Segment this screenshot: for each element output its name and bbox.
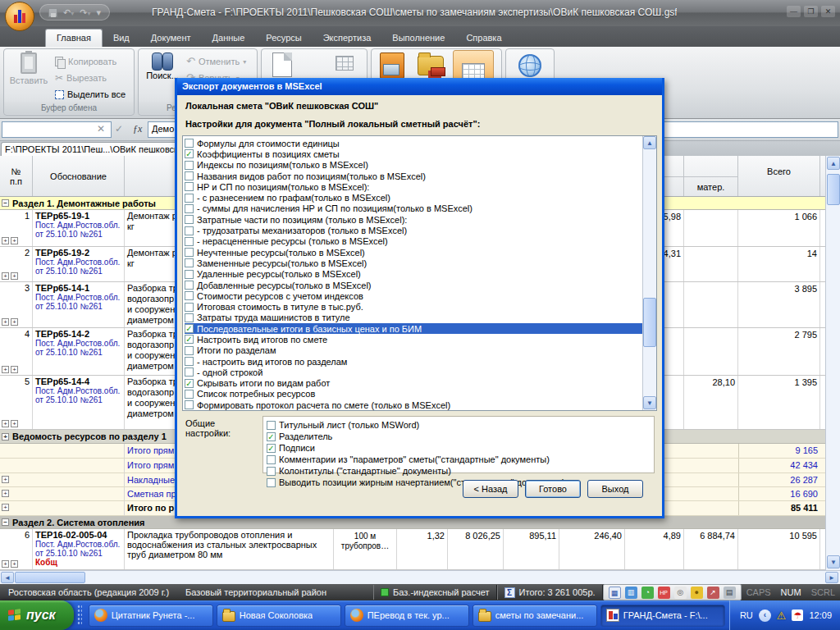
expand-plus-icon[interactable]: + [11,420,18,427]
export-option[interactable]: Разделитель [267,431,654,442]
cut-button[interactable]: ✂Вырезать [55,71,107,85]
checkbox-icon[interactable] [185,171,194,180]
object-copy-button[interactable] [334,56,355,71]
expand-plus-icon[interactable]: + [2,420,9,427]
hide-icons-chevron[interactable]: ‹ [759,609,771,622]
export-option[interactable]: Скрывать итоги по видам работ [185,378,656,389]
dialog-title-bar[interactable]: Экспорт документов в MSExcel [177,78,662,95]
expand-plus-icon[interactable]: + [2,490,9,497]
checkbox-checked-icon[interactable] [185,379,194,388]
export-option[interactable]: Комментарии из "параметров" сметы("станд… [267,454,654,465]
export-option[interactable]: - нерасцененные ресурсы (только в MSExce… [185,236,656,247]
ribbon-tab[interactable]: Экспертиза [313,30,382,47]
ribbon-tab[interactable]: Вид [103,30,140,47]
confirm-entry-icon[interactable]: ✓ [115,123,123,135]
new-document-button[interactable] [270,52,294,77]
scroll-down-icon[interactable]: ▼ [827,555,840,568]
customize-qat-icon[interactable]: ▾ [96,7,101,18]
export-option[interactable]: - трудозатраты механизаторов (только в M… [185,225,656,235]
internet-button[interactable] [518,54,542,77]
taskbar-button[interactable]: сметы по замечани... [472,605,597,627]
checkbox-icon[interactable] [185,281,194,290]
antivirus-tray-icon[interactable]: ☂ [792,609,803,621]
start-button[interactable]: пуск [0,600,74,630]
checkbox-icon[interactable] [185,313,194,322]
done-button[interactable]: Готово [525,480,581,498]
copy-button[interactable]: Копировать [55,54,116,69]
calculator-icon[interactable]: ▤ [724,587,736,599]
collapse-minus-icon[interactable]: − [2,199,9,207]
coins-icon[interactable]: ● [691,587,703,599]
ribbon-tab[interactable]: Документ [140,30,202,47]
ribbon-tab[interactable]: Выполнение [381,30,455,47]
expand-plus-icon[interactable]: + [2,560,9,568]
checkbox-icon[interactable] [185,139,194,148]
checkbox-icon[interactable] [185,390,194,399]
export-option[interactable]: Добавленные ресурсы(только в MSExcel) [185,280,656,290]
checkbox-checked-icon[interactable] [267,444,276,453]
expand-plus-icon[interactable]: + [2,433,9,441]
export-option[interactable]: - одной строкой [185,367,656,377]
checkbox-icon[interactable] [185,215,194,224]
taskbar-button[interactable]: Новая Соколовка [217,605,341,627]
export-option[interactable]: Коэффициенты в позициях сметы [185,148,656,159]
taskbar-button[interactable]: ГРАНД-Смета - F:\... [600,605,725,627]
export-option[interactable]: Замененные ресурсы(только в MSExcel) [185,258,656,268]
total-indicator[interactable]: Σ Итого: 3 261 005р. [497,585,603,600]
list-scrollbar[interactable]: ▲ ▼ [642,136,656,410]
expand-plus-icon[interactable]: + [2,504,9,511]
magnifier-icon[interactable]: ◎ [674,587,687,599]
expand-plus-icon[interactable]: + [2,272,9,280]
list-scroll-down-icon[interactable]: ▼ [643,396,656,409]
checkbox-checked-icon[interactable] [185,324,194,333]
checkbox-icon[interactable] [185,226,194,235]
checkbox-icon[interactable] [185,357,194,366]
checkbox-icon[interactable] [267,467,276,476]
scroll-left-icon[interactable]: ◄ [1,572,14,583]
export-option[interactable]: Затратные части по позициям (только в MS… [185,214,656,225]
name-box-input[interactable] [2,121,112,138]
ribbon-tab[interactable]: Ресурсы [255,30,312,47]
expand-plus-icon[interactable]: + [11,272,18,280]
export-option[interactable]: Неучтенные ресурсы(только в MSExcel) [185,247,656,258]
cancel-entry-icon[interactable]: ✕ [97,123,105,135]
taskbar-button[interactable]: Цитатник Рунета -... [89,605,213,627]
checkbox-icon[interactable] [185,303,194,312]
export-option[interactable]: НР и СП по позициям(только в MSExcel): [185,181,656,192]
export-option[interactable]: Итоговая стоимость в титуле в тыс.руб. [185,301,656,312]
search-button[interactable]: Поиск... [144,52,181,80]
export-option[interactable]: - с разнесением по графам(только в MSExc… [185,192,656,203]
expand-plus-icon[interactable]: + [2,237,9,244]
scroll-up-icon[interactable]: ▲ [827,157,840,170]
columns-view-icon[interactable]: ▥ [625,587,637,599]
checkbox-icon[interactable] [185,194,194,203]
checkbox-icon[interactable] [267,455,276,464]
expand-plus-icon[interactable]: + [2,318,9,326]
table-row[interactable]: 6++ТЕР16-02-005-04Пост. Адм.Ростов.обл.о… [0,529,825,570]
expand-plus-icon[interactable]: + [11,237,18,244]
export-option[interactable]: Подписи [267,442,654,454]
expand-plus-icon[interactable]: + [2,476,9,483]
export-option[interactable]: Индексы по позициям(только в MSExcel) [185,160,656,171]
ribbon-tab[interactable]: Данные [202,30,256,47]
archive-button[interactable] [378,52,406,79]
checkbox-checked-icon[interactable] [267,432,276,441]
checkbox-checked-icon[interactable] [185,149,194,158]
select-all-button[interactable]: Выделить все [55,87,126,102]
checkbox-icon[interactable] [185,291,194,300]
ribbon-tab[interactable]: Справка [455,30,512,47]
expand-plus-icon[interactable]: + [11,560,18,568]
scroll-right-icon[interactable]: ► [825,572,838,583]
checkbox-icon[interactable] [267,421,276,430]
export-option[interactable]: Итоги по разделам [185,345,656,356]
export-option[interactable]: Стоимости ресурсов с учетом индексов [185,290,656,301]
checkbox-icon[interactable] [185,258,194,267]
checkbox-icon[interactable] [185,400,194,409]
vertical-scroll-thumb[interactable] [827,174,840,205]
undo-button[interactable]: ↶Отменить▾ [186,54,246,69]
ribbon-tab[interactable]: Главная [45,29,103,47]
checkbox-checked-icon[interactable] [185,335,194,344]
warning-tray-icon[interactable]: ⚠ [777,609,787,622]
export-option[interactable]: Титульный лист (только MSWord) [267,419,654,431]
checkbox-icon[interactable] [185,204,194,213]
